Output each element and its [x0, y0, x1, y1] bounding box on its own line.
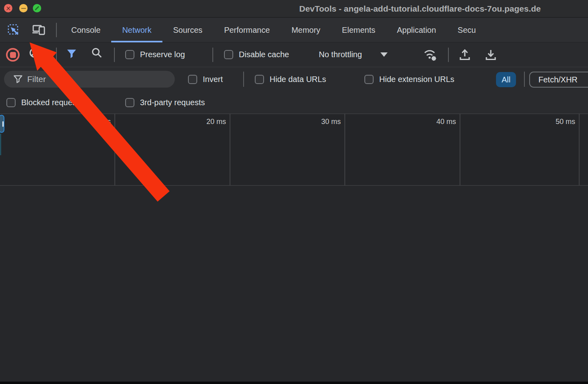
clear-requests-button[interactable] — [29, 47, 40, 58]
blocked-requests-checkbox[interactable] — [6, 98, 16, 107]
filter-toggle-button[interactable] — [66, 48, 77, 59]
tab-memory[interactable]: Memory — [281, 18, 331, 42]
filterbar-separator — [524, 72, 525, 87]
stop-recording-button[interactable] — [6, 48, 20, 62]
toolbar-separator — [114, 48, 115, 62]
import-har-button[interactable] — [458, 48, 471, 61]
timeline-gridline — [460, 114, 460, 185]
disable-cache-label: Disable cache — [239, 50, 289, 59]
network-conditions-button[interactable] — [423, 48, 438, 62]
tab-console[interactable]: Console — [60, 18, 111, 42]
minimize-window-button[interactable] — [19, 4, 28, 12]
network-overview-timeline[interactable]: 10 ms 20 ms 30 ms 40 ms 50 ms — [0, 114, 588, 186]
timeline-gridline — [230, 114, 230, 185]
funnel-icon — [66, 48, 77, 59]
filterbar-separator — [243, 72, 244, 87]
request-type-chip-all[interactable]: All — [496, 72, 516, 87]
disable-cache-checkbox[interactable] — [224, 50, 233, 59]
filter-input-container[interactable] — [4, 71, 175, 88]
tab-performance[interactable]: Performance — [213, 18, 281, 42]
hide-extension-urls-checkbox-group[interactable]: Hide extension URLs — [364, 67, 454, 91]
request-type-chip-fetch-xhr[interactable]: Fetch/XHR — [529, 72, 588, 88]
preserve-log-checkbox-group[interactable]: Preserve log — [125, 42, 185, 67]
timeline-gridline — [344, 114, 345, 185]
timeline-tick-label: 20 ms — [206, 118, 226, 126]
more-filters-row: Blocked requests 3rd-party requests — [0, 91, 588, 114]
hide-extension-urls-label: Hide extension URLs — [379, 75, 454, 84]
throttling-value: No throttling — [319, 50, 362, 59]
network-toolbar: Preserve log Disable cache No throttling — [0, 42, 588, 67]
disable-cache-checkbox-group[interactable]: Disable cache — [224, 42, 289, 67]
blocked-requests-checkbox-group[interactable]: Blocked requests — [6, 91, 82, 114]
hide-data-urls-label: Hide data URLs — [270, 75, 326, 84]
timeline-drag-handle[interactable] — [0, 115, 4, 133]
search-icon — [91, 47, 102, 58]
device-toolbar-icon — [32, 24, 46, 36]
hide-extension-urls-checkbox[interactable] — [364, 75, 374, 84]
panel-tabs: Console Network Sources Performance Memo… — [60, 18, 487, 42]
chevron-down-icon — [380, 52, 388, 57]
third-party-requests-checkbox[interactable] — [125, 98, 134, 107]
timeline-tick-label: 40 ms — [436, 118, 456, 126]
zoom-window-button[interactable] — [33, 4, 41, 12]
toolbar-separator — [448, 48, 449, 62]
clear-icon — [29, 47, 40, 58]
toolbar-separator — [56, 48, 57, 62]
window-title: DevTools - angela-add-tutorial.cloudflar… — [299, 0, 541, 18]
titlebar: DevTools - angela-add-tutorial.cloudflar… — [0, 0, 588, 18]
tab-security[interactable]: Secu — [447, 18, 487, 42]
hide-data-urls-checkbox-group[interactable]: Hide data URLs — [255, 67, 326, 91]
hide-data-urls-checkbox[interactable] — [255, 75, 264, 84]
funnel-outline-icon — [14, 75, 22, 83]
network-conditions-icon — [423, 48, 438, 62]
export-har-button[interactable] — [484, 48, 497, 61]
timeline-selection-edge — [0, 134, 1, 155]
blocked-requests-label: Blocked requests — [21, 98, 82, 107]
tab-sources[interactable]: Sources — [162, 18, 213, 42]
third-party-requests-checkbox-group[interactable]: 3rd-party requests — [125, 91, 205, 114]
timeline-gridline — [114, 114, 115, 185]
preserve-log-checkbox[interactable] — [125, 50, 134, 59]
third-party-requests-label: 3rd-party requests — [140, 98, 205, 107]
invert-checkbox-group[interactable]: Invert — [188, 67, 223, 91]
filter-input[interactable] — [27, 74, 168, 84]
timeline-tick-label: 10 ms — [91, 118, 111, 126]
device-toolbar-button[interactable] — [32, 24, 46, 36]
timeline-gridline — [579, 114, 580, 185]
search-requests-button[interactable] — [91, 47, 102, 58]
handle-grip-icon — [2, 121, 4, 127]
upload-icon — [458, 48, 471, 61]
download-icon — [484, 48, 497, 61]
tab-elements[interactable]: Elements — [331, 18, 386, 42]
network-filter-bar: Invert Hide data URLs Hide extension URL… — [0, 67, 588, 91]
throttling-dropdown[interactable]: No throttling — [319, 42, 388, 67]
timeline-tick-label: 30 ms — [321, 118, 341, 126]
preserve-log-label: Preserve log — [140, 50, 185, 59]
tab-network[interactable]: Network — [111, 18, 162, 42]
invert-checkbox[interactable] — [188, 75, 197, 84]
devtools-tabbar: Console Network Sources Performance Memo… — [0, 18, 588, 42]
window-bottom-edge — [0, 382, 588, 384]
invert-label: Invert — [203, 75, 223, 84]
tabbar-separator — [56, 23, 57, 37]
close-window-button[interactable] — [4, 4, 12, 12]
inspect-element-button[interactable] — [7, 24, 20, 36]
request-list-empty-area: Recordi Perform a request — [0, 186, 588, 382]
stop-square-icon — [10, 52, 16, 58]
timeline-tick-label: 50 ms — [556, 118, 575, 126]
tab-application[interactable]: Application — [386, 18, 447, 42]
inspect-cursor-icon — [7, 24, 20, 36]
toolbar-separator — [212, 48, 213, 62]
